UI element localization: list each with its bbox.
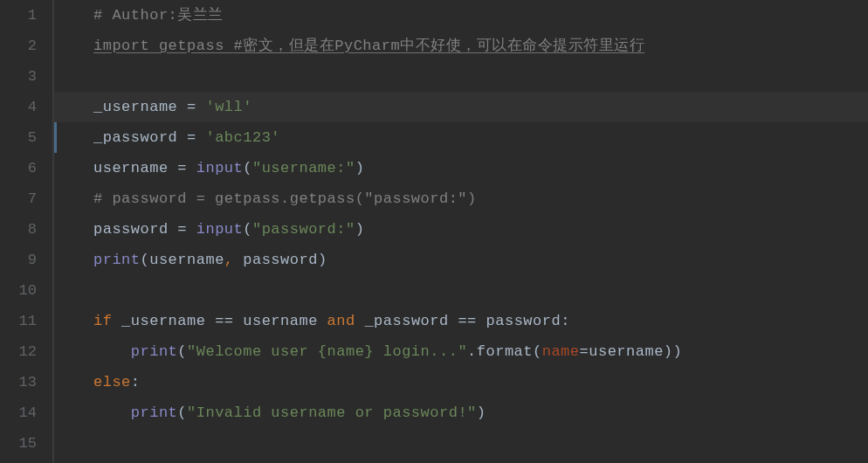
token-var: _password [93, 129, 187, 146]
token-var: _username [121, 313, 215, 329]
token-builtin: print [131, 404, 178, 421]
line-number: 8 [0, 214, 37, 245]
token-builtin: input [196, 221, 244, 238]
token-keyword: and [327, 313, 365, 329]
indent [93, 336, 131, 367]
line-number-gutter: 1 2 3 4 5 6 7 8 9 10 11 12 13 14 15 [0, 0, 52, 463]
code-line-active[interactable]: _username = 'wll' [54, 92, 868, 122]
token-op: = [177, 221, 196, 238]
token-string: "Welcome user {name} login..." [187, 343, 467, 360]
code-line[interactable] [54, 61, 868, 92]
token-op: = [187, 99, 205, 115]
line-number: 10 [0, 275, 37, 306]
code-line[interactable] [54, 275, 868, 306]
code-line[interactable]: password = input("password:") [54, 214, 868, 245]
token-var: _password [364, 313, 458, 329]
token-kwarg: name [542, 343, 580, 360]
token-comment: # password = getpass.getpass("password:"… [93, 190, 477, 207]
code-line[interactable]: print("Welcome user {name} login...".for… [54, 336, 868, 367]
token-keyword: import [93, 38, 149, 54]
token-string: 'wll' [205, 99, 252, 115]
token-var: _username [93, 99, 187, 115]
code-line[interactable]: # password = getpass.getpass("password:"… [54, 183, 868, 214]
token-keyword: else [93, 374, 131, 390]
token-var: username [589, 343, 664, 360]
token-string: "username:" [252, 160, 355, 176]
token-var: password [486, 313, 561, 329]
token-builtin: print [93, 252, 141, 268]
token-colon: : [561, 313, 570, 329]
token-string: "password:" [252, 221, 355, 238]
code-editor[interactable]: # Author:吴兰兰 import getpass #密文，但是在PyCha… [54, 0, 868, 463]
token-op: == [458, 313, 486, 329]
token-colon: : [131, 374, 141, 390]
code-line[interactable]: _password = 'abc123' [54, 122, 868, 153]
token-string: 'abc123' [205, 129, 280, 146]
token-var: username [149, 252, 224, 268]
code-line[interactable]: import getpass #密文，但是在PyCharm中不好使，可以在命令提… [54, 31, 868, 61]
line-number: 7 [0, 183, 37, 214]
token-comment: #密文，但是在PyCharm中不好使，可以在命令提示符里运行 [234, 38, 645, 54]
code-line[interactable]: else: [54, 367, 868, 397]
line-number: 14 [0, 397, 37, 428]
token-var: username [243, 313, 327, 329]
caret-indicator [54, 122, 57, 153]
token-method: .format( [467, 343, 542, 360]
token-paren: ( [243, 221, 252, 238]
token-op: = [187, 129, 205, 146]
token-paren: ( [177, 404, 187, 421]
line-number: 13 [0, 367, 37, 397]
line-number: 6 [0, 153, 37, 183]
token-keyword: if [93, 313, 121, 329]
line-number: 3 [0, 61, 37, 92]
token-builtin: input [196, 160, 244, 176]
line-number: 2 [0, 31, 37, 61]
line-number: 5 [0, 122, 37, 153]
token-paren: )) [664, 343, 682, 360]
token-builtin: print [131, 343, 178, 360]
code-line[interactable]: if _username == username and _password =… [54, 306, 868, 336]
token-op: = [580, 343, 589, 360]
token-paren: ( [141, 252, 150, 268]
code-line[interactable]: # Author:吴兰兰 [54, 0, 868, 31]
token-paren: ) [355, 221, 365, 238]
token-paren: ) [318, 252, 327, 268]
code-line[interactable]: username = input("username:") [54, 153, 868, 183]
line-number: 11 [0, 306, 37, 336]
line-number: 15 [0, 428, 37, 459]
token-op: = [177, 160, 196, 176]
indent [93, 397, 131, 428]
token-paren: ) [355, 160, 365, 176]
code-line[interactable]: print(username, password) [54, 245, 868, 275]
line-number: 9 [0, 245, 37, 275]
token-string: "Invalid username or password!" [187, 404, 477, 421]
token-paren: ( [177, 343, 187, 360]
line-number: 4 [0, 92, 37, 122]
line-number: 12 [0, 336, 37, 367]
token-paren: ( [243, 160, 252, 176]
token-comma: , [224, 252, 243, 268]
token-paren: ) [477, 404, 486, 421]
token-module: getpass [149, 38, 233, 54]
token-comment: # Author:吴兰兰 [93, 7, 224, 24]
token-var: password [93, 221, 177, 238]
token-op: == [215, 313, 243, 329]
code-line[interactable] [54, 428, 868, 459]
line-number: 1 [0, 0, 37, 31]
token-var: password [243, 252, 318, 268]
token-var: username [93, 160, 177, 176]
code-line[interactable]: print("Invalid username or password!") [54, 397, 868, 428]
